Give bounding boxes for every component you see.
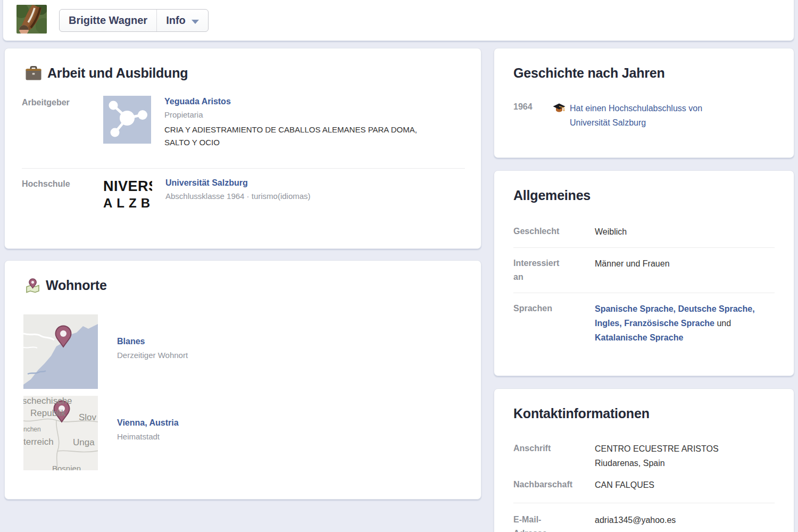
map-label: Slov [79, 412, 96, 423]
map-label: Republik [30, 408, 65, 419]
history-event-link[interactable]: Hat einen Hochschulabschluss von Univers… [570, 101, 729, 130]
email-row: E-Mail-Adresse adria1345@yahoo.es [513, 503, 775, 532]
language-link[interactable]: Katalanische Sprache [595, 333, 683, 342]
address-line-1: CENTRO ECUESTRE ARISTOS [595, 442, 719, 456]
college-logo-text: NIVERS [103, 177, 152, 195]
employer-label: Arbeitgeber [22, 96, 103, 149]
gender-label: Geschlecht [513, 225, 595, 239]
chevron-down-icon [192, 20, 199, 24]
college-row: Hochschule NIVERS ALZB Universität Salzb… [22, 177, 465, 220]
languages-value: Spanische Sprache, Deutsche Sprache, Ing… [595, 302, 775, 345]
current-city-link[interactable]: Blanes [117, 337, 145, 346]
work-card-title: Arbeit und Ausbildung [47, 65, 188, 81]
basic-info-card: Allgemeines Geschlecht Weiblich Interess… [494, 170, 794, 376]
history-event-row: 1964 Hat einen Hochschulabschluss von Un… [513, 101, 775, 130]
profile-name-label: Brigitte Wagner [69, 14, 147, 27]
profile-header-card: Brigitte Wagner Info [3, 0, 794, 41]
interested-in-label: Interessiert an [513, 256, 595, 284]
map-label: terreich [23, 437, 54, 447]
neighborhood-row: Nachbarschaft CAN FALQUES [513, 473, 775, 503]
interested-in-row: Interessiert an Männer und Frauen [513, 248, 775, 293]
info-tab-label: Info [166, 14, 186, 27]
current-city-row: Blanes Derzeitiger Wohnort [21, 314, 465, 389]
facebook-info-page: Brigitte Wagner Info Arbeit und Ausbildu… [0, 0, 798, 532]
email-label: E-Mail-Adresse [513, 513, 595, 532]
language-link[interactable]: Ingles, [595, 319, 624, 328]
languages-row: Sprachen Spanische Sprache, Deutsche Spr… [513, 293, 775, 353]
map-label: Bosnien [52, 464, 81, 470]
languages-label: Sprachen [513, 302, 595, 345]
about-card-title: Allgemeines [513, 188, 591, 203]
gender-value: Weiblich [595, 225, 627, 239]
address-label: Anschrift [513, 442, 595, 470]
map-label: schechische [23, 396, 72, 406]
map-label: nchen [23, 426, 41, 433]
hometown-link[interactable]: Vienna, Austria [117, 418, 179, 428]
college-detail: Abschlussklasse 1964 · turismo(idiomas) [165, 192, 311, 201]
avatar-photo-horse [16, 5, 47, 34]
coastline-map [23, 314, 98, 389]
history-by-year-card: Geschichte nach Jahren 1964 Hat einen Ho… [494, 48, 794, 158]
college-logo-thumbnail[interactable]: NIVERS ALZB [103, 177, 152, 220]
current-city-type: Derzeitiger Wohnort [117, 351, 188, 360]
contact-info-card: Kontaktinformationen Anschrift CENTRO EC… [494, 388, 794, 532]
map-label: Unga [73, 437, 95, 448]
places-card-title: Wohnorte [46, 278, 107, 293]
info-tab-button[interactable]: Info [156, 10, 208, 31]
profile-nav-buttons: Brigitte Wagner Info [59, 9, 209, 32]
history-card-title: Geschichte nach Jahren [513, 65, 665, 81]
email-value: adria1345@yahoo.es [595, 513, 676, 532]
employer-page-thumbnail[interactable] [103, 96, 151, 149]
briefcase-icon [26, 66, 41, 80]
interested-in-value: Männer und Frauen [595, 256, 670, 284]
contact-card-title: Kontaktinformationen [513, 406, 650, 421]
employer-name-link[interactable]: Yeguada Aristos [164, 97, 231, 106]
neighborhood-label: Nachbarschaft [513, 478, 595, 492]
language-link[interactable]: Spanische Sprache, [595, 304, 678, 313]
map-pin-icon [26, 278, 40, 293]
graduation-cap-icon [553, 103, 566, 113]
hometown-map-thumbnail[interactable]: schechische Republik Slov nchen terreich… [23, 396, 98, 470]
gender-row: Geschlecht Weiblich [513, 216, 775, 248]
europe-map [23, 396, 98, 470]
employer-row: Arbeitgeber Yeguada Aristos P [22, 96, 465, 149]
profile-avatar[interactable] [16, 5, 47, 34]
hometown-type: Heimatstadt [117, 432, 179, 441]
profile-name-button[interactable]: Brigitte Wagner [60, 10, 156, 31]
page-placeholder-icon [103, 96, 151, 144]
address-row: Anschrift CENTRO ECUESTRE ARISTOS Riudar… [513, 437, 775, 473]
address-value: CENTRO ECUESTRE ARISTOS Riudarenas, Spai… [595, 442, 719, 470]
current-city-map-thumbnail[interactable] [23, 314, 98, 389]
language-link[interactable]: Französische Sprache [624, 319, 714, 328]
row-divider [22, 168, 465, 169]
work-education-card: Arbeit und Ausbildung Arbeitgeber [4, 48, 481, 249]
address-line-2: Riudarenas, Spain [595, 456, 719, 470]
event-year: 1964 [513, 101, 543, 130]
college-logo-text: ALZB [103, 195, 152, 211]
college-label: Hochschule [22, 177, 103, 220]
places-card: Wohnorte Blanes Derzeitiger Woh [4, 260, 481, 500]
hometown-row: schechische Republik Slov nchen terreich… [21, 396, 465, 470]
language-link[interactable]: Deutsche Sprache, [678, 304, 755, 313]
neighborhood-value: CAN FALQUES [595, 478, 654, 492]
employer-role: Propietaria [164, 110, 433, 119]
languages-conjunction: und [714, 319, 731, 328]
employer-description: CRIA Y ADIESTRAMIENTO DE CABALLOS ALEMAN… [164, 123, 433, 149]
college-name-link[interactable]: Universität Salzburg [165, 178, 248, 188]
